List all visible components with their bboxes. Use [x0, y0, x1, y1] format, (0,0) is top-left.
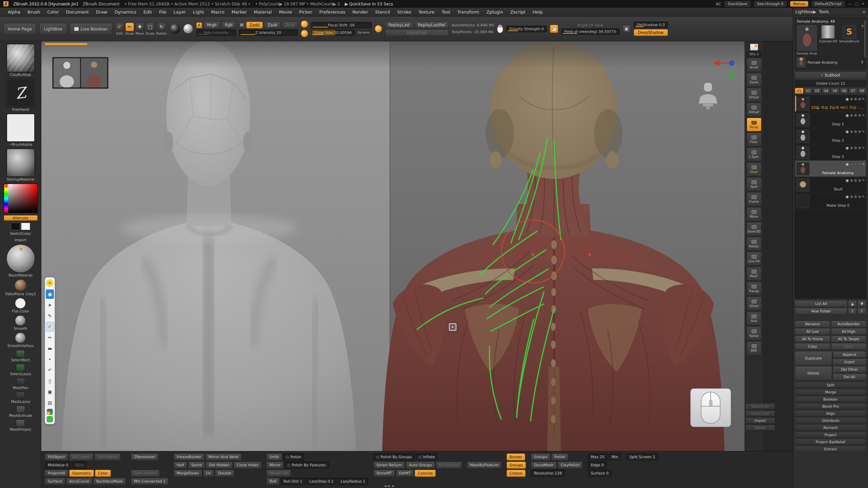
bp-freezeborder[interactable]: FreezeBorder: [174, 453, 204, 461]
recent-tool-label[interactable]: Female Anatomy: [808, 60, 838, 64]
subtool-knob-icon[interactable]: [858, 195, 861, 198]
sculpt-viewport[interactable]: [41, 41, 745, 451]
subtool-knob-icon[interactable]: [854, 146, 857, 149]
subtool-row[interactable]: ◉ ✎ Step 3: [795, 144, 866, 161]
append-button[interactable]: Append: [833, 351, 867, 358]
subtool-action-button[interactable]: Rename: [795, 321, 830, 327]
version-tab[interactable]: V2: [804, 88, 813, 94]
menu-item[interactable]: Light: [190, 9, 207, 15]
subtool-knob-icon[interactable]: [850, 114, 853, 117]
subtool-row[interactable]: ◉ ✎ Skull: [795, 177, 866, 193]
right-shelf-button[interactable]: PolyF: [747, 267, 762, 281]
visibility-eye-icon[interactable]: ◉: [846, 178, 849, 183]
alternate-button[interactable]: Alternate: [4, 215, 38, 221]
lightbox-divider-bar[interactable]: [45, 43, 87, 45]
brush-shortcut[interactable]: MeshProject: [10, 420, 32, 433]
subtool-row[interactable]: ◉ ✎ Step 2: [795, 128, 866, 144]
dynamic-toggle[interactable]: Dynamic: [356, 30, 372, 35]
cursor-icon[interactable]: ➤: [46, 300, 54, 310]
mode-button[interactable]: ✐ Edit: [115, 23, 124, 35]
bp-split-screen-1[interactable]: Split Screen 1: [626, 453, 658, 461]
bp-uv-groups[interactable]: Uv Groups: [436, 462, 461, 469]
menu-item[interactable]: Stroke: [394, 9, 414, 15]
subtool-knob-icon[interactable]: [850, 130, 853, 133]
subtool-down-icon[interactable]: ▼: [857, 300, 866, 307]
live-boolean-button[interactable]: Live Boolean: [70, 23, 112, 35]
subpalette-header[interactable]: Extract: [795, 446, 866, 452]
del-other-button[interactable]: Del Other: [833, 366, 867, 373]
right-shelf-button[interactable]: BPR: [747, 341, 762, 355]
bp-surface-0[interactable]: Surface 0: [588, 470, 611, 477]
subpalette-header[interactable]: Distribute: [795, 417, 866, 424]
subtool-action-button[interactable]: All High: [831, 328, 867, 335]
bp-accucurve[interactable]: AccuCurve: [66, 478, 92, 485]
menu-item[interactable]: Zscript: [507, 9, 529, 15]
version-tab[interactable]: V1: [795, 88, 804, 94]
subtool-knob-icon[interactable]: [858, 179, 861, 182]
version-tab[interactable]: V7: [849, 88, 857, 94]
a-badge[interactable]: A: [196, 22, 202, 28]
brush-shortcut[interactable]: MaskPen: [13, 378, 28, 391]
menu-item[interactable]: Stencil: [372, 9, 393, 15]
bp-colorize[interactable]: Colorize: [415, 470, 436, 477]
right-shelf-button[interactable]: Persp: [747, 118, 762, 131]
subpalette-header[interactable]: Project: [795, 431, 866, 438]
focal-shift-slider[interactable]: Focal Shift -56: [311, 22, 372, 28]
subtool-knob-icon[interactable]: [854, 98, 857, 101]
eye-icon[interactable]: ◉: [46, 289, 54, 299]
right-shelf-button[interactable]: Zoom: [747, 73, 762, 87]
bp-min[interactable]: Min: [609, 453, 622, 461]
persp-icon[interactable]: ◢: [550, 25, 558, 33]
mode-button[interactable]: ✏ Draw: [125, 23, 134, 35]
bp-del-hidden[interactable]: Del Hidden: [206, 462, 233, 469]
right-shelf-button[interactable]: Scroll: [747, 58, 762, 72]
list-all-button[interactable]: List All: [795, 300, 847, 307]
menu-item[interactable]: Preferences: [316, 9, 348, 15]
radio-toggle-icon[interactable]: [376, 456, 379, 459]
bp-projectall[interactable]: ProjectAll: [45, 470, 68, 477]
subtool-knob-icon[interactable]: [850, 98, 853, 101]
subtool-knob-icon[interactable]: [850, 163, 853, 166]
axis-gizmo[interactable]: [712, 56, 736, 82]
subpalette-header[interactable]: Split: [795, 382, 866, 388]
subtool-row[interactable]: ◉ ✎ Female Anatomy: [795, 161, 866, 177]
delete-button[interactable]: Delete: [795, 366, 832, 380]
bp-dynamesh[interactable]: DynaMesh: [531, 462, 557, 469]
subtool-action-button[interactable]: All Low: [795, 328, 830, 335]
bp-geometry[interactable]: Geometry: [69, 470, 94, 477]
current-stroke-thumbnail[interactable]: [7, 79, 35, 107]
divider-icon[interactable]: [750, 44, 758, 50]
mode-button[interactable]: ✚ Move: [136, 23, 144, 35]
texture-palette-button[interactable]: Export: [745, 425, 775, 431]
primary-color-swatch[interactable]: [11, 223, 20, 230]
bp-groups[interactable]: Groups: [531, 453, 550, 461]
subtool-knob-icon[interactable]: [854, 195, 857, 198]
menu-item[interactable]: Tool: [439, 9, 453, 15]
right-shelf-button[interactable]: Rotate: [747, 237, 762, 251]
right-shelf-button[interactable]: Transp: [747, 282, 762, 296]
version-tab[interactable]: V8: [858, 88, 867, 94]
window-maximize-icon[interactable]: ▢: [855, 2, 858, 6]
menu-item[interactable]: Material: [251, 9, 275, 15]
material-item[interactable]: BasicMaterial: [6, 244, 35, 279]
brush-shortcut[interactable]: MaskLasso: [11, 392, 30, 405]
version-tab[interactable]: V4: [822, 88, 831, 94]
subpalette-header[interactable]: Bevel Pro: [795, 403, 866, 409]
right-shelf-button[interactable]: Xpose: [747, 326, 762, 340]
subtool-knob-icon[interactable]: [858, 114, 861, 117]
subtool-row[interactable]: ◉ ✎ Step 1: [795, 112, 866, 128]
del-all-button[interactable]: Del All: [833, 373, 867, 380]
subtool-row[interactable]: ◉ ✎ 10일 여성 2단계 바디 각상 - 하체: [795, 96, 866, 112]
lightbox-tray-button[interactable]: Lightbox▶: [795, 9, 816, 14]
bp-same[interactable]: Same: [188, 462, 205, 469]
bp-lazystep-0-1[interactable]: LazyStep 0.1: [307, 478, 337, 485]
objshadow-slider[interactable]: ObjShadow 0.3: [634, 22, 668, 28]
bp-polish[interactable]: Polish: [551, 453, 568, 461]
bp-uv[interactable]: Uv: [203, 470, 214, 477]
hue-strip[interactable]: [4, 184, 8, 212]
tool-thumbnail-cylinder3d[interactable]: [821, 25, 835, 39]
menu-item[interactable]: Help: [530, 9, 546, 15]
bp-smart-resym[interactable]: Smart ReSym: [373, 462, 405, 469]
default-zscript-button[interactable]: DefaultZScript: [812, 1, 845, 7]
menu-item[interactable]: Picker: [296, 9, 315, 15]
